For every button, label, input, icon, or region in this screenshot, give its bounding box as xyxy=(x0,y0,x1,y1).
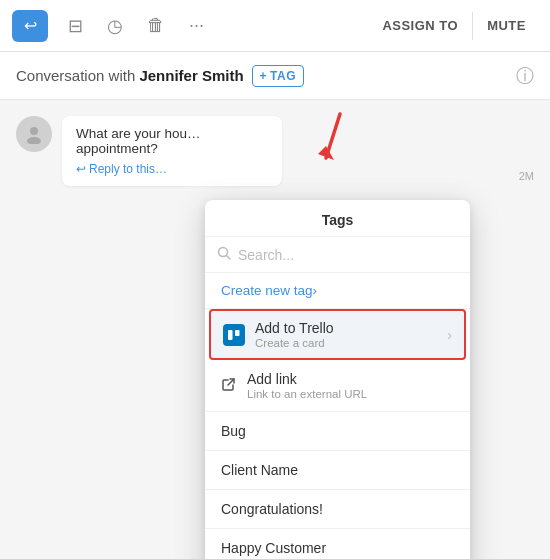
add-link-sub: Link to an external URL xyxy=(247,388,367,400)
tag-button[interactable]: + TAG xyxy=(252,65,304,87)
message-bubble: What are your hou… appointment? ↩ Reply … xyxy=(62,116,282,186)
client-name-label: Client Name xyxy=(221,462,298,478)
trello-item-label: Add to Trello xyxy=(255,320,334,336)
dropdown-item-bug[interactable]: Bug xyxy=(205,412,470,450)
chevron-right-icon: › xyxy=(447,327,452,343)
message-row: What are your hou… appointment? ↩ Reply … xyxy=(16,116,534,186)
toolbar: ↩ ⊟ ◷ 🗑 ··· ASSIGN TO MUTE xyxy=(0,0,550,52)
chat-area: What are your hou… appointment? ↩ Reply … xyxy=(0,100,550,559)
reply-link[interactable]: ↩ Reply to this… xyxy=(76,162,268,176)
message-text: What are your hou… appointment? xyxy=(76,126,201,156)
add-link-item-text: Add link Link to an external URL xyxy=(247,371,367,400)
trello-item-sub: Create a card xyxy=(255,337,334,349)
svg-rect-6 xyxy=(228,330,233,340)
toolbar-left: ↩ ⊟ ◷ 🗑 ··· xyxy=(12,10,208,42)
svg-point-0 xyxy=(30,127,38,135)
contact-name: Jennifer Smith xyxy=(139,67,243,84)
back-icon: ↩ xyxy=(24,16,37,35)
dropdown-title: Tags xyxy=(205,200,470,237)
dropdown-item-happy-customer[interactable]: Happy Customer xyxy=(205,529,470,559)
trello-item-text: Add to Trello Create a card xyxy=(255,320,334,349)
info-icon[interactable]: ⓘ xyxy=(516,64,534,88)
happy-customer-label: Happy Customer xyxy=(221,540,326,556)
mute-button[interactable]: MUTE xyxy=(475,12,538,39)
dropdown-item-congratulations[interactable]: Congratulations! xyxy=(205,490,470,528)
svg-rect-7 xyxy=(235,330,240,336)
conversation-header: Conversation with Jennifer Smith + TAG ⓘ xyxy=(0,52,550,100)
dropdown-item-client-name[interactable]: Client Name xyxy=(205,451,470,489)
avatar xyxy=(16,116,52,152)
assign-to-button[interactable]: ASSIGN TO xyxy=(370,12,470,39)
history-icon[interactable]: ◷ xyxy=(103,11,127,41)
tags-dropdown: Tags Create new tag› Add to Trello xyxy=(205,200,470,559)
external-link-icon xyxy=(221,376,237,395)
conversation-with-label: Conversation with Jennifer Smith xyxy=(16,67,244,84)
search-input[interactable] xyxy=(238,247,458,263)
add-link-label: Add link xyxy=(247,371,367,387)
minimize-icon[interactable]: ⊟ xyxy=(64,11,87,41)
svg-line-5 xyxy=(227,256,231,260)
search-icon xyxy=(217,246,231,263)
create-new-tag-link[interactable]: Create new tag› xyxy=(205,273,470,309)
back-button[interactable]: ↩ xyxy=(12,10,48,42)
trello-icon xyxy=(223,324,245,346)
toolbar-right: ASSIGN TO MUTE xyxy=(370,12,538,40)
svg-point-1 xyxy=(27,137,41,144)
dropdown-item-add-trello[interactable]: Add to Trello Create a card › xyxy=(209,309,466,360)
more-icon[interactable]: ··· xyxy=(185,11,208,40)
dropdown-item-add-link[interactable]: Add link Link to an external URL xyxy=(205,360,470,411)
tag-label: TAG xyxy=(270,69,296,83)
message-time: 2M xyxy=(519,170,534,182)
delete-icon[interactable]: 🗑 xyxy=(143,11,169,40)
tag-plus-icon: + xyxy=(260,69,268,83)
bug-label: Bug xyxy=(221,423,246,439)
congratulations-label: Congratulations! xyxy=(221,501,323,517)
toolbar-divider xyxy=(472,12,473,40)
search-row xyxy=(205,237,470,273)
